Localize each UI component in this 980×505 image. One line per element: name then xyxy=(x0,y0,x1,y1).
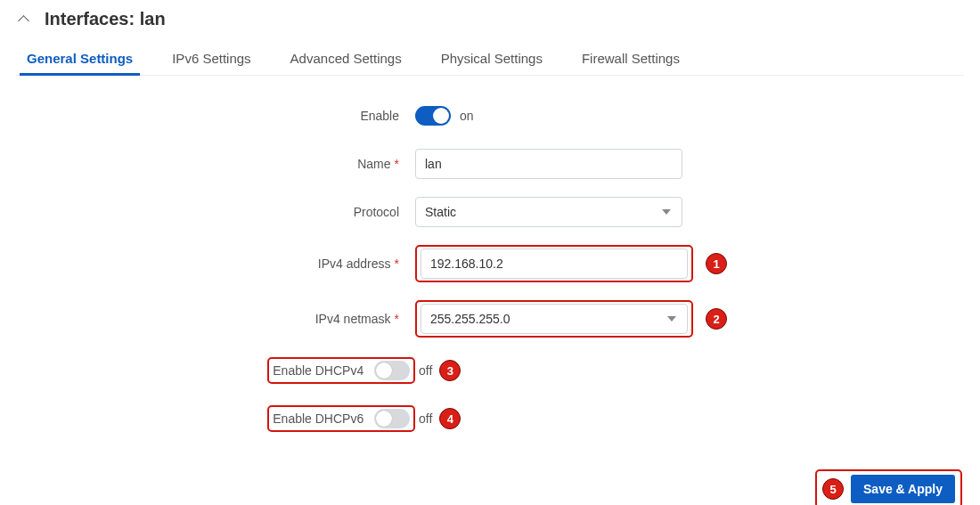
callout-number-5: 5 xyxy=(822,478,844,500)
ipv4-address-input[interactable] xyxy=(421,248,688,279)
callout-box-2: 255.255.255.0 xyxy=(415,300,693,338)
callout-number-3: 3 xyxy=(439,360,461,381)
tab-physical-settings[interactable]: Physical Settings xyxy=(439,44,544,75)
ipv4-netmask-label: IPv4 netmask* xyxy=(16,312,415,326)
enable-state-text: on xyxy=(460,109,474,123)
callout-number-1: 1 xyxy=(706,253,727,274)
dhcpv4-label: Enable DHCPv4 xyxy=(273,363,367,378)
ipv4-address-label: IPv4 address* xyxy=(16,257,415,271)
general-settings-form: Enable on Name* Protocol Static IPv4 xyxy=(16,101,964,452)
tab-ipv6-settings[interactable]: IPv6 Settings xyxy=(170,44,252,75)
protocol-select[interactable]: Static xyxy=(415,197,682,227)
name-input[interactable] xyxy=(415,149,682,179)
chevron-down-icon xyxy=(667,316,676,322)
ipv4-netmask-select[interactable]: 255.255.255.0 xyxy=(421,304,688,334)
tabs: General Settings IPv6 Settings Advanced … xyxy=(16,44,964,76)
ipv4-netmask-value: 255.255.255.0 xyxy=(430,312,510,326)
protocol-value: Static xyxy=(425,205,456,219)
callout-number-4: 4 xyxy=(439,408,461,429)
panel-header[interactable]: Interfaces: lan xyxy=(16,9,964,29)
dhcpv4-state-text: off xyxy=(419,363,432,378)
dhcpv4-toggle[interactable] xyxy=(374,361,410,380)
tab-advanced-settings[interactable]: Advanced Settings xyxy=(289,44,404,75)
tab-firewall-settings[interactable]: Firewall Settings xyxy=(580,44,682,75)
dhcpv6-state-text: off xyxy=(419,411,432,426)
callout-box-1 xyxy=(415,245,693,282)
callout-box-3: Enable DHCPv4 xyxy=(267,357,415,384)
chevron-up-icon xyxy=(20,13,32,26)
tab-general-settings[interactable]: General Settings xyxy=(25,44,135,75)
callout-box-5: 5 Save & Apply xyxy=(815,469,962,505)
enable-toggle[interactable] xyxy=(415,106,451,126)
dhcpv6-label: Enable DHCPv6 xyxy=(273,411,367,426)
name-label: Name* xyxy=(16,157,415,171)
dhcpv6-toggle[interactable] xyxy=(374,409,410,428)
callout-number-2: 2 xyxy=(706,308,727,330)
save-apply-button[interactable]: Save & Apply xyxy=(851,475,955,503)
chevron-down-icon xyxy=(662,209,671,215)
enable-label: Enable xyxy=(16,109,415,123)
protocol-label: Protocol xyxy=(16,205,415,219)
callout-box-4: Enable DHCPv6 xyxy=(267,405,415,432)
panel-title: Interfaces: lan xyxy=(45,9,166,29)
